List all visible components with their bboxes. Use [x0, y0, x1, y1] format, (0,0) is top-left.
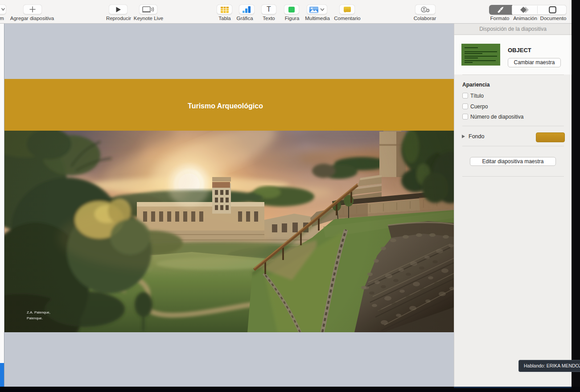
svg-text:Z.A. Palenque,: Z.A. Palenque, [27, 310, 50, 314]
svg-text:Palenque.: Palenque. [27, 316, 43, 320]
